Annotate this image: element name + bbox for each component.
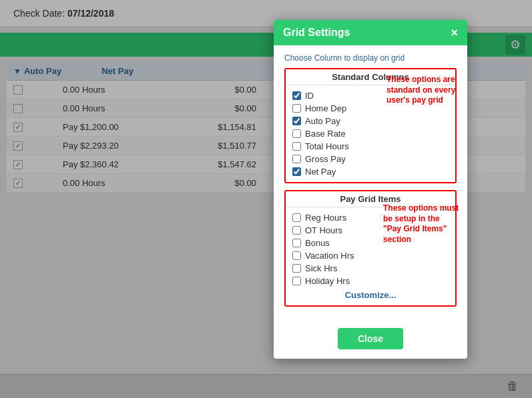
pay-col-holidayhrs: Holiday Hrs (292, 275, 449, 287)
standard-col-totalhours: Total Hours (292, 140, 449, 153)
label-othours: OT Hours (305, 225, 342, 235)
pay-grid-items-content: Reg Hours OT Hours Bonus Vacation Hrs (286, 207, 455, 305)
customize-link[interactable]: Customize... (345, 290, 396, 300)
label-bonus: Bonus (305, 238, 330, 248)
checkbox-reghours[interactable] (292, 213, 301, 222)
label-totalhours: Total Hours (305, 141, 349, 151)
label-autopay: Auto Pay (305, 116, 340, 126)
standard-columns-content: ID Home Dep Auto Pay Base Rate (286, 85, 455, 182)
modal-instruction: Choose Column to display on grid (284, 53, 457, 63)
pay-col-vacationhrs: Vacation Hrs (292, 249, 449, 262)
label-netpay: Net Pay (305, 167, 336, 177)
pay-grid-items-title: Pay Grid Items (286, 191, 455, 207)
pay-grid-items-section: Pay Grid Items Reg Hours OT Hours Bonus (284, 190, 457, 307)
checkbox-vacationhrs[interactable] (292, 251, 301, 260)
modal-header: Grid Settings × (274, 20, 467, 45)
pay-col-sickhrs: Sick Hrs (292, 262, 449, 275)
label-grosspay: Gross Pay (305, 154, 346, 164)
standard-col-id: ID (292, 89, 449, 102)
customize-link-container: Customize... (292, 287, 449, 301)
checkbox-holidayhrs[interactable] (292, 277, 301, 285)
label-vacationhrs: Vacation Hrs (305, 251, 354, 261)
standard-col-autopay: Auto Pay (292, 115, 449, 127)
label-baserate: Base Rate (305, 129, 346, 139)
checkbox-othours[interactable] (292, 226, 301, 235)
checkbox-grosspay[interactable] (292, 155, 301, 163)
modal-title: Grid Settings (283, 27, 350, 39)
label-id: ID (305, 91, 314, 101)
grid-settings-modal: Grid Settings × Choose Column to display… (274, 20, 467, 359)
checkbox-id[interactable] (292, 91, 301, 100)
checkbox-totalhours[interactable] (292, 142, 301, 151)
checkbox-homedep[interactable] (292, 104, 301, 113)
close-modal-button[interactable]: Close (338, 328, 403, 349)
modal-close-button[interactable]: × (451, 27, 458, 39)
modal-body: Choose Column to display on grid Standar… (274, 45, 467, 321)
checkbox-netpay[interactable] (292, 167, 301, 176)
checkbox-bonus[interactable] (292, 239, 301, 247)
checkbox-autopay[interactable] (292, 117, 301, 125)
pay-col-othours: OT Hours (292, 224, 449, 237)
label-homedep: Home Dep (305, 103, 346, 113)
standard-col-netpay: Net Pay (292, 165, 449, 178)
modal-footer: Close (274, 321, 467, 359)
standard-columns-section: Standard Columns ID Home Dep Auto Pay (284, 68, 457, 183)
label-sickhrs: Sick Hrs (305, 263, 337, 273)
label-holidayhrs: Holiday Hrs (305, 276, 350, 286)
pay-col-reghours: Reg Hours (292, 211, 449, 224)
standard-col-grosspay: Gross Pay (292, 153, 449, 165)
standard-col-baserate: Base Rate (292, 127, 449, 140)
standard-columns-title: Standard Columns (286, 69, 455, 85)
checkbox-baserate[interactable] (292, 129, 301, 138)
checkbox-sickhrs[interactable] (292, 264, 301, 273)
pay-col-bonus: Bonus (292, 237, 449, 249)
label-reghours: Reg Hours (305, 213, 346, 223)
standard-col-homedep: Home Dep (292, 102, 449, 115)
